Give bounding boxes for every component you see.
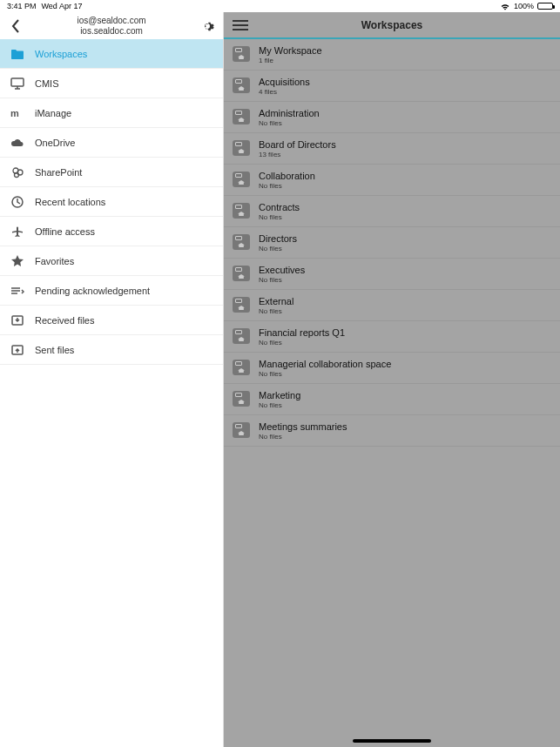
nav-item-sent-files[interactable]: Sent files: [0, 335, 223, 365]
monitor-icon: [10, 77, 24, 91]
nav-item-favorites[interactable]: Favorites: [0, 246, 223, 276]
workspace-title: Financial reports Q1: [259, 326, 345, 339]
account-email: ios@sealdoc.com: [24, 16, 199, 26]
workspace-folder-icon: [233, 422, 250, 438]
workspace-item[interactable]: ContractsNo files: [224, 196, 560, 227]
cloud-icon: [10, 136, 24, 150]
nav-item-label: iManage: [35, 108, 71, 118]
workspace-item[interactable]: CollaborationNo files: [224, 165, 560, 196]
nav-item-label: CMIS: [35, 78, 59, 89]
nav-item-label: Workspaces: [35, 49, 87, 59]
svg-rect-0: [11, 78, 24, 86]
workspace-item[interactable]: ExternalNo files: [224, 290, 560, 321]
workspace-item[interactable]: My Workspace1 file: [224, 39, 560, 71]
workspace-folder-icon: [233, 328, 250, 344]
workspace-file-count: No files: [259, 119, 320, 128]
account-info: ios@sealdoc.com ios.sealdoc.com: [24, 16, 199, 37]
nav-item-label: Pending acknowledgement: [35, 286, 150, 296]
workspace-title: Board of Directors: [259, 138, 336, 151]
workspace-title: Meetings summaries: [259, 421, 347, 433]
back-button[interactable]: [7, 18, 24, 34]
nav-item-received-files[interactable]: Received files: [0, 306, 223, 335]
workspace-file-count: No files: [259, 433, 347, 441]
workspace-folder-icon: [233, 234, 250, 250]
menu-button[interactable]: [233, 20, 248, 30]
nav-item-offline-access[interactable]: Offline access: [0, 217, 223, 246]
outbox-icon: [10, 343, 24, 357]
status-date: Wed Apr 17: [42, 2, 83, 10]
workspace-item[interactable]: Board of Directors13 files: [224, 133, 560, 165]
nav-item-workspaces[interactable]: Workspaces: [0, 39, 223, 69]
workspace-item[interactable]: Managerial collaboration spaceNo files: [224, 353, 560, 384]
workspace-title: Administration: [259, 107, 320, 119]
main-panel: Workspaces My Workspace1 fileAcquisition…: [224, 12, 560, 747]
workspace-title: Executives: [259, 264, 305, 276]
workspace-title: Directors: [259, 232, 297, 245]
nav-item-sharepoint[interactable]: SharePoint: [0, 158, 223, 187]
workspace-folder-icon: [233, 77, 250, 93]
workspace-folder-icon: [233, 360, 250, 375]
workspace-folder-icon: [233, 172, 250, 187]
sidebar: ios@sealdoc.com ios.sealdoc.com Workspac…: [0, 12, 224, 747]
workspace-folder-icon: [233, 297, 250, 313]
workspace-item[interactable]: Meetings summariesNo files: [224, 415, 560, 447]
workspace-file-count: 13 files: [259, 151, 336, 159]
nav-item-label: Offline access: [35, 226, 95, 237]
status-time: 3:41 PM: [7, 2, 37, 10]
workspace-folder-icon: [233, 266, 250, 281]
workspace-file-count: No files: [259, 307, 293, 316]
nav-item-label: Recent locations: [35, 197, 105, 207]
workspace-title: Acquisitions: [259, 76, 310, 88]
workspace-file-count: No files: [259, 401, 300, 410]
workspace-list[interactable]: My Workspace1 fileAcquisitions4 filesAdm…: [224, 39, 560, 447]
workspace-title: Contracts: [259, 201, 300, 213]
inbox-icon: [10, 313, 24, 327]
workspace-file-count: No files: [259, 182, 315, 191]
workspace-folder-icon: [233, 391, 250, 407]
battery-percent: 100%: [514, 2, 534, 10]
workspace-file-count: No files: [259, 339, 345, 347]
workspace-item[interactable]: DirectorsNo files: [224, 227, 560, 259]
workspace-file-count: 1 file: [259, 57, 322, 65]
workspace-file-count: 4 files: [259, 88, 310, 97]
workspace-title: Managerial collaboration space: [259, 358, 391, 370]
nav-list: WorkspacesCMISmiManageOneDriveSharePoint…: [0, 39, 223, 365]
workspace-item[interactable]: ExecutivesNo files: [224, 259, 560, 290]
nav-item-recent-locations[interactable]: Recent locations: [0, 187, 223, 217]
wifi-icon: [500, 3, 510, 10]
main-title: Workspaces: [224, 19, 560, 31]
workspace-item[interactable]: Acquisitions4 files: [224, 71, 560, 102]
nav-item-onedrive[interactable]: OneDrive: [0, 128, 223, 158]
airplane-icon: [10, 225, 24, 239]
workspace-title: Collaboration: [259, 170, 315, 182]
svg-text:m: m: [10, 108, 19, 118]
workspace-file-count: No files: [259, 370, 391, 379]
pending-icon: [10, 284, 24, 298]
workspace-item[interactable]: MarketingNo files: [224, 384, 560, 415]
nav-item-label: Sent files: [35, 345, 74, 355]
home-indicator: [353, 739, 431, 743]
workspace-title: External: [259, 295, 293, 307]
folder-icon: [10, 47, 24, 61]
workspace-item[interactable]: Financial reports Q1No files: [224, 321, 560, 353]
status-bar: 3:41 PM Wed Apr 17 100%: [0, 0, 560, 12]
workspace-file-count: No files: [259, 213, 300, 222]
settings-button[interactable]: [199, 19, 216, 33]
nav-item-pending-acknowledgement[interactable]: Pending acknowledgement: [0, 276, 223, 306]
workspace-file-count: No files: [259, 245, 297, 253]
sharepoint-icon: [10, 165, 24, 179]
workspace-folder-icon: [233, 46, 250, 62]
nav-item-label: Favorites: [35, 256, 74, 266]
workspace-item[interactable]: AdministrationNo files: [224, 102, 560, 133]
workspace-folder-icon: [233, 109, 250, 124]
workspace-folder-icon: [233, 140, 250, 156]
nav-item-cmis[interactable]: CMIS: [0, 69, 223, 98]
account-server: ios.sealdoc.com: [24, 26, 199, 37]
nav-item-imanage[interactable]: miManage: [0, 98, 223, 128]
sidebar-header: ios@sealdoc.com ios.sealdoc.com: [0, 12, 223, 39]
workspace-file-count: No files: [259, 276, 305, 285]
imanage-icon: m: [10, 106, 24, 120]
nav-item-label: SharePoint: [35, 167, 82, 178]
main-header: Workspaces: [224, 12, 560, 39]
workspace-folder-icon: [233, 203, 250, 219]
